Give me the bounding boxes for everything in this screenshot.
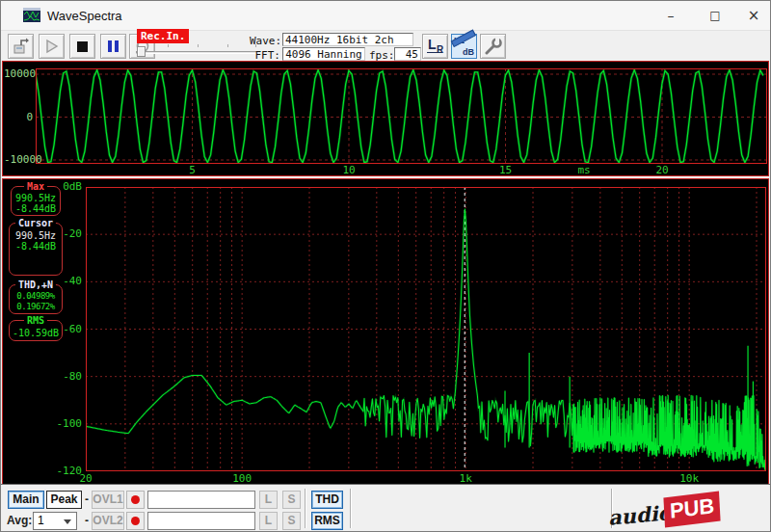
wrench-icon bbox=[484, 37, 503, 56]
avg-value: 1 bbox=[38, 514, 44, 527]
app-icon bbox=[23, 8, 40, 22]
chevron-down-icon bbox=[64, 519, 71, 524]
fft-setting-field: 4096 Hanning bbox=[282, 47, 365, 61]
wavespectra-window: WaveSpectra – □ × bbox=[0, 0, 771, 532]
lr-icon: L R bbox=[423, 35, 447, 58]
spectrum-y-tick-label: -40 bbox=[45, 276, 82, 286]
slider-thumb[interactable] bbox=[137, 46, 146, 57]
ovl1-record-button[interactable] bbox=[126, 491, 145, 509]
spectrum-panel: Max 990.5Hz -8.44dB Cursor 990.5Hz -8.44… bbox=[2, 178, 769, 486]
minimize-button[interactable]: – bbox=[649, 1, 693, 30]
main-button[interactable]: Main bbox=[8, 491, 44, 509]
ovl1-load-button[interactable]: L bbox=[259, 491, 278, 509]
ovl1-name-field[interactable] bbox=[147, 491, 255, 509]
waveform-plot bbox=[36, 68, 767, 164]
toolbar: Rec.In. Wave: 44100Hz 16bit 2ch FFT: 409… bbox=[1, 31, 770, 61]
peak-button[interactable]: Peak bbox=[46, 491, 82, 509]
divider bbox=[350, 489, 351, 528]
ovl2-load-button[interactable]: L bbox=[259, 512, 278, 530]
waveform-y-tick-label: 10000 bbox=[4, 68, 33, 79]
waveform-panel: 100000-100005101520ms bbox=[2, 61, 769, 176]
ovl2-save-button[interactable]: S bbox=[282, 512, 301, 530]
waveform-y-tick-label: 0 bbox=[4, 112, 33, 122]
ovl2-record-button[interactable] bbox=[126, 512, 145, 530]
bottom-bar: Main Peak - OVL1 L S THD Avg: 1 - OVL2 L… bbox=[1, 484, 770, 532]
logo-badge-text: PUB bbox=[663, 491, 721, 527]
ovl2-name-field[interactable] bbox=[147, 512, 255, 530]
max-level-value: -8.44dB bbox=[12, 203, 60, 214]
avg-label: Avg: bbox=[7, 514, 32, 527]
divider bbox=[305, 489, 306, 528]
ovl2-button[interactable]: OVL2 bbox=[92, 512, 124, 530]
open-file-icon bbox=[13, 38, 30, 55]
spectrum-x-tick-label: 20 bbox=[71, 473, 100, 484]
maximize-button[interactable]: □ bbox=[693, 1, 737, 30]
thd-value-2: 0.19672% bbox=[10, 302, 62, 312]
spectrum-y-tick-label: -60 bbox=[45, 324, 82, 334]
waveform-x-tick-label: 20 bbox=[651, 165, 674, 175]
pause-button[interactable] bbox=[100, 34, 126, 59]
spectrum-y-tick-label: -100 bbox=[45, 418, 82, 429]
wave-format-field: 44100Hz 16bit 2ch bbox=[282, 33, 413, 46]
fps-field[interactable]: 45 bbox=[394, 47, 421, 61]
avg-select[interactable]: 1 bbox=[33, 512, 77, 530]
open-wave-button[interactable] bbox=[8, 34, 34, 59]
max-freq-value: 990.5Hz bbox=[12, 193, 60, 203]
thd-button[interactable]: THD bbox=[311, 491, 343, 509]
window-title: WaveSpectra bbox=[47, 9, 122, 23]
cursor-level-value: -8.44dB bbox=[10, 241, 62, 252]
rms-button[interactable]: RMS bbox=[311, 512, 343, 530]
record-dot-icon bbox=[131, 517, 140, 525]
waveform-x-unit-label: ms bbox=[572, 165, 596, 175]
hz-db-measure-button[interactable]: Hz dB bbox=[451, 34, 477, 59]
ovl1-save-button[interactable]: S bbox=[282, 491, 301, 509]
channel-lr-button[interactable]: L R bbox=[422, 34, 448, 59]
dash-separator: - bbox=[85, 492, 89, 506]
position-slider[interactable] bbox=[136, 45, 257, 58]
wave-label: Wave: bbox=[250, 35, 280, 47]
ovl1-button[interactable]: OVL1 bbox=[92, 491, 124, 509]
spectrum-x-tick-label: 1k bbox=[451, 473, 480, 484]
audiopub-logo: audio PUB bbox=[608, 494, 753, 531]
spectrum-x-tick-label: 10k bbox=[675, 473, 704, 484]
thd-value-1: 0.04989% bbox=[10, 291, 62, 302]
close-button[interactable]: × bbox=[737, 1, 770, 30]
thd-info-box: THD,+N 0.04989% 0.19672% bbox=[9, 284, 63, 314]
spectrum-plot[interactable] bbox=[86, 187, 766, 471]
hz-db-icon: Hz dB bbox=[452, 35, 476, 58]
spectrum-y-tick-label: -80 bbox=[45, 371, 82, 382]
logo-script-text: audio bbox=[607, 500, 672, 530]
slider-groove bbox=[136, 51, 257, 54]
pause-icon bbox=[108, 40, 119, 52]
spectrum-x-tick-label: 100 bbox=[227, 473, 256, 484]
title-bar: WaveSpectra – □ × bbox=[1, 1, 770, 31]
dash-separator: - bbox=[85, 514, 89, 527]
play-button[interactable] bbox=[39, 34, 65, 59]
spectrum-y-tick-label: -20 bbox=[45, 228, 82, 239]
waveform-x-tick-label: 15 bbox=[494, 165, 518, 175]
waveform-y-tick-label: -10000 bbox=[4, 154, 33, 165]
waveform-x-tick-label: 10 bbox=[337, 165, 360, 175]
record-dot-icon bbox=[131, 495, 140, 504]
waveform-x-tick-label: 5 bbox=[181, 165, 204, 175]
stop-button[interactable] bbox=[69, 34, 95, 59]
settings-button[interactable] bbox=[480, 34, 506, 59]
play-icon bbox=[44, 39, 60, 54]
rec-in-status: Rec.In. bbox=[137, 29, 189, 43]
stop-icon bbox=[77, 41, 88, 52]
spectrum-y-tick-label: 0dB bbox=[45, 181, 82, 192]
